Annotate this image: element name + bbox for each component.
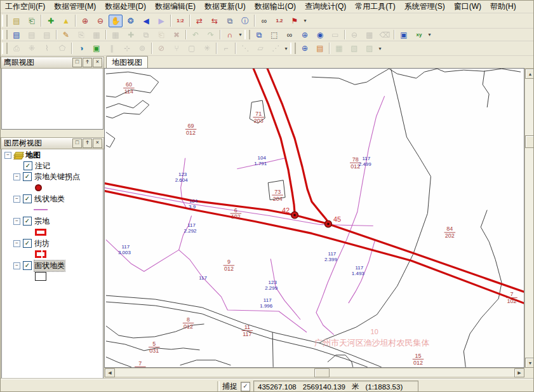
parcel-symbol-swatch[interactable] (35, 229, 46, 236)
menu-data-processing[interactable]: 数据处理(D) (100, 1, 150, 13)
scroll-up-icon[interactable]: ▲ (525, 69, 534, 79)
vertical-scroll-thumb[interactable] (525, 135, 534, 148)
path-points-icon[interactable]: ⋰ (269, 42, 283, 55)
vertices-icon[interactable]: ⋱ (238, 42, 252, 55)
magnifier-gray-icon[interactable]: ⊖ (347, 29, 361, 41)
layer-tree-close-icon[interactable]: × (93, 139, 102, 148)
expander-key-points[interactable]: − (13, 173, 20, 180)
scroll-right-icon[interactable]: ▶ (514, 368, 524, 377)
xy-locate-icon[interactable]: xy (412, 29, 426, 41)
layer-tree-maximize-icon[interactable]: □ (72, 139, 82, 148)
window-check-1-icon[interactable]: ▦ (332, 42, 346, 55)
menu-data-update[interactable]: 数据更新(U) (200, 1, 250, 13)
toolbar-grip[interactable] (290, 43, 296, 54)
snap-magnet-icon[interactable]: ∩ (223, 29, 237, 41)
vertical-scrollbar[interactable]: ▲ ▼ (524, 68, 534, 368)
center-point-icon[interactable]: ⊹ (120, 42, 134, 55)
burst-icon[interactable]: ✳ (200, 42, 214, 55)
overview-canvas[interactable] (1, 69, 103, 130)
clear-selection-icon[interactable]: ⌫ (378, 29, 392, 41)
menu-window[interactable]: 窗口(W) (450, 1, 486, 13)
tree-root-map[interactable]: 地图 (25, 150, 41, 161)
map-canvas[interactable]: 6011469012712037801273204610284202901271… (104, 68, 524, 368)
polygon-symbol-swatch[interactable] (35, 272, 46, 281)
checkbox-annotation[interactable]: ✓ (23, 161, 32, 170)
next-view-icon[interactable]: ▶ (154, 15, 168, 27)
point-symbol-swatch[interactable] (35, 184, 42, 191)
horizontal-scroll-thumb[interactable] (314, 368, 330, 377)
polyline-node-icon[interactable]: ⌇ (40, 42, 54, 55)
toolbar-grip[interactable] (244, 30, 250, 39)
snapshot-icon[interactable]: ◉ (313, 29, 327, 41)
scroll-down-icon[interactable]: ▼ (525, 358, 534, 368)
layer-update-icon[interactable]: ⇆ (208, 15, 222, 27)
layers-gray-icon[interactable]: ▩ (363, 29, 377, 41)
select-region-icon[interactable]: ⬚ (267, 29, 281, 41)
polygon-node-icon[interactable]: ⬠ (55, 42, 69, 55)
map-copy-icon[interactable]: ⧉ (252, 29, 266, 41)
menu-system-management[interactable]: 系统管理(S) (400, 1, 450, 13)
crosshair-icon[interactable]: ⁜ (25, 42, 39, 55)
toolbar-overflow-icon[interactable]: ▾ (427, 29, 432, 41)
toolbar-overflow-icon[interactable]: ▾ (283, 43, 289, 54)
add-record-icon[interactable]: ▦ (109, 29, 123, 41)
insert-icon[interactable]: ✚ (124, 29, 138, 41)
edit-confirm-icon[interactable]: ▣ (90, 42, 103, 55)
fixed-scale-icon[interactable]: 1:2 (173, 15, 187, 27)
tree-item-linear-landuse[interactable]: 线状地类 (34, 194, 65, 205)
tab-map-view[interactable]: 地图视图 (106, 56, 148, 68)
add-dataset-icon[interactable]: ✚ (44, 15, 58, 27)
window-check-3-icon[interactable]: ▨ (363, 42, 377, 55)
pie-stat-icon[interactable]: ◑ (74, 42, 88, 55)
layer-refresh-icon[interactable]: ⇄ (192, 15, 206, 27)
browse-page-icon[interactable]: ⎘ (74, 29, 88, 41)
tree-item-block[interactable]: 街坊 (34, 238, 50, 249)
find-binoculars-icon[interactable]: ∞ (257, 15, 271, 27)
full-extent-globe-icon[interactable]: ❂ (124, 15, 138, 27)
menu-query-statistics[interactable]: 查询统计(Q) (300, 1, 350, 13)
zoom-window-icon[interactable]: ⊕ (298, 42, 312, 55)
open-export-icon[interactable]: ⎗ (25, 15, 39, 27)
window-check-2-icon[interactable]: ▧ (347, 42, 361, 55)
edit-pencil-icon[interactable]: ✎ (59, 29, 73, 41)
previous-view-icon[interactable]: ◀ (139, 15, 153, 27)
window-icon[interactable]: ▭ (328, 29, 342, 41)
output-icon[interactable]: ⎙ (10, 42, 23, 55)
overview-close-icon[interactable]: × (93, 58, 102, 67)
overview-maximize-icon[interactable]: □ (72, 58, 82, 67)
toolbar-overflow-icon[interactable]: ▾ (237, 29, 243, 41)
toolbar-grip[interactable] (2, 30, 8, 39)
menu-common-tools[interactable]: 常用工具(T) (350, 1, 399, 13)
checkbox-block[interactable]: ✓ (23, 239, 32, 248)
buffer-ring-icon[interactable]: ⊚ (135, 42, 149, 55)
split-icon[interactable]: ⑂ (170, 42, 184, 55)
expander-block[interactable]: − (13, 240, 20, 247)
toolbar-overflow-icon[interactable]: ▾ (302, 15, 308, 27)
line-symbol-swatch[interactable] (34, 209, 48, 210)
info-icon[interactable]: ⓘ (238, 15, 252, 27)
zoom-in-icon[interactable]: ⊕ (78, 15, 92, 27)
pan-hand-icon[interactable]: ✋ (109, 15, 123, 27)
toolbar-overflow-icon[interactable]: ▾ (377, 43, 383, 54)
copy-icon[interactable]: ⧉ (139, 29, 153, 41)
rect-select-icon[interactable]: ▢ (185, 42, 199, 55)
zoom-out-icon[interactable]: ⊖ (93, 15, 107, 27)
save-as-icon[interactable]: ▤ (40, 29, 54, 41)
toolbar-grip[interactable] (2, 43, 8, 54)
save-icon[interactable]: ▤ (10, 29, 23, 41)
measure-ruler-icon[interactable]: 1.2 (272, 15, 286, 27)
root-expander-icon[interactable]: − (4, 152, 11, 159)
expander-linear-landuse[interactable]: − (13, 196, 20, 203)
parallelogram-icon[interactable]: ▱ (253, 42, 267, 55)
forbid-icon[interactable]: ⊘ (154, 42, 168, 55)
new-map-icon[interactable]: ▤ (10, 15, 23, 27)
menu-data-management[interactable]: 数据管理(M) (50, 1, 100, 13)
bars-icon[interactable]: ∥ (105, 42, 119, 55)
layer-theme-icon[interactable]: ▲ (59, 15, 73, 27)
overview-pin-icon[interactable]: Ϯ (83, 58, 92, 67)
block-symbol-swatch[interactable] (35, 250, 46, 258)
toolbar-grip[interactable] (2, 15, 8, 26)
checkbox-linear-landuse[interactable]: ✓ (23, 194, 32, 203)
horizontal-scrollbar[interactable]: ◀ ▶ (104, 368, 524, 377)
checkbox-area-landuse[interactable]: ✓ (23, 261, 32, 270)
